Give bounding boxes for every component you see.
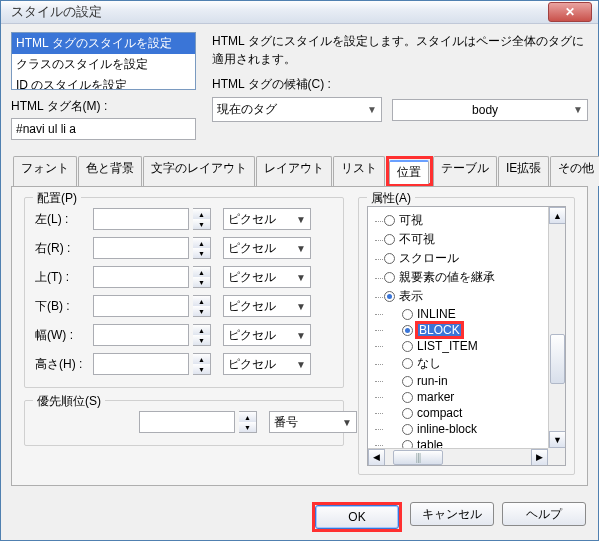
radio-icon[interactable] <box>402 309 413 320</box>
tab-position[interactable]: 位置 <box>389 160 429 184</box>
candidate-tag-combo[interactable]: body ▼ <box>392 99 588 121</box>
attribute-option[interactable]: 不可視 <box>370 230 563 249</box>
close-button[interactable]: ✕ <box>548 2 592 22</box>
spin-down-icon[interactable]: ▼ <box>193 277 210 287</box>
tab-table[interactable]: テーブル <box>433 156 497 186</box>
candidate-current-combo[interactable]: 現在のタグ ▼ <box>212 97 382 122</box>
attribute-option[interactable]: 親要素の値を継承 <box>370 268 563 287</box>
placement-unit-select[interactable]: ピクセル▼ <box>223 295 311 317</box>
placement-input[interactable] <box>93 324 189 346</box>
help-button[interactable]: ヘルプ <box>502 502 586 526</box>
attribute-option[interactable]: INLINE <box>370 306 563 322</box>
spin-up-icon[interactable]: ▲ <box>193 296 210 306</box>
placement-spinner[interactable]: ▲▼ <box>193 295 211 317</box>
attribute-option[interactable]: compact <box>370 405 563 421</box>
spin-up-icon[interactable]: ▲ <box>193 325 210 335</box>
radio-icon[interactable] <box>384 291 395 302</box>
attribute-option[interactable]: BLOCK <box>370 322 563 338</box>
radio-icon[interactable] <box>402 341 413 352</box>
unit-value: ピクセル <box>228 240 276 257</box>
radio-icon[interactable] <box>402 376 413 387</box>
placement-spinner[interactable]: ▲▼ <box>193 324 211 346</box>
placement-unit-select[interactable]: ピクセル▼ <box>223 324 311 346</box>
titlebar[interactable]: スタイルの設定 ✕ <box>1 1 598 24</box>
spin-down-icon[interactable]: ▼ <box>239 422 256 432</box>
scroll-left-icon[interactable]: ◀ <box>368 449 385 466</box>
attribute-option[interactable]: marker <box>370 389 563 405</box>
radio-icon[interactable] <box>384 234 395 245</box>
style-item-id[interactable]: ID のスタイルを設定 <box>12 75 195 90</box>
attribute-option[interactable]: inline-block <box>370 421 563 437</box>
chevron-down-icon: ▼ <box>573 104 583 115</box>
attribute-option[interactable]: スクロール <box>370 249 563 268</box>
v-scroll-thumb[interactable] <box>550 334 565 384</box>
radio-icon[interactable] <box>384 215 395 226</box>
radio-icon[interactable] <box>402 325 413 336</box>
placement-unit-select[interactable]: ピクセル▼ <box>223 266 311 288</box>
attribute-option[interactable]: 表示 <box>370 287 563 306</box>
placement-spinner[interactable]: ▲▼ <box>193 237 211 259</box>
style-type-list[interactable]: HTML タグのスタイルを設定 クラスのスタイルを設定 ID のスタイルを設定 <box>11 32 196 90</box>
scroll-right-icon[interactable]: ▶ <box>531 449 548 466</box>
attribute-label: INLINE <box>417 307 456 321</box>
spin-down-icon[interactable]: ▼ <box>193 335 210 345</box>
placement-unit-select[interactable]: ピクセル▼ <box>223 208 311 230</box>
tab-other[interactable]: その他 <box>550 156 599 186</box>
spin-up-icon[interactable]: ▲ <box>193 238 210 248</box>
placement-input[interactable] <box>93 237 189 259</box>
placement-spinner[interactable]: ▲▼ <box>193 208 211 230</box>
tab-layout[interactable]: レイアウト <box>256 156 332 186</box>
style-item-html[interactable]: HTML タグのスタイルを設定 <box>12 33 195 54</box>
placement-input[interactable] <box>93 266 189 288</box>
tab-ie-ext[interactable]: IE拡張 <box>498 156 549 186</box>
radio-icon[interactable] <box>384 253 395 264</box>
radio-icon[interactable] <box>402 424 413 435</box>
spin-down-icon[interactable]: ▼ <box>193 364 210 374</box>
radio-icon[interactable] <box>402 358 413 369</box>
vertical-scrollbar[interactable]: ▲ ▼ <box>548 207 565 448</box>
h-scroll-track[interactable]: ||| <box>385 449 531 466</box>
priority-spinner[interactable]: ▲ ▼ <box>239 411 257 433</box>
spin-up-icon[interactable]: ▲ <box>193 267 210 277</box>
radio-icon[interactable] <box>384 272 395 283</box>
html-tag-name-input[interactable] <box>11 118 196 140</box>
spin-down-icon[interactable]: ▼ <box>193 306 210 316</box>
spin-up-icon[interactable]: ▲ <box>239 412 256 422</box>
placement-unit-select[interactable]: ピクセル▼ <box>223 353 311 375</box>
spin-up-icon[interactable]: ▲ <box>193 354 210 364</box>
placement-unit-select[interactable]: ピクセル▼ <box>223 237 311 259</box>
cancel-button[interactable]: キャンセル <box>410 502 494 526</box>
attribute-option[interactable]: run-in <box>370 373 563 389</box>
ok-button[interactable]: OK <box>315 505 399 529</box>
tab-text-layout[interactable]: 文字のレイアウト <box>143 156 255 186</box>
attribute-label: compact <box>417 406 462 420</box>
tab-color-bg[interactable]: 色と背景 <box>78 156 142 186</box>
style-item-class[interactable]: クラスのスタイルを設定 <box>12 54 195 75</box>
tab-list[interactable]: リスト <box>333 156 385 186</box>
radio-icon[interactable] <box>402 408 413 419</box>
priority-input[interactable] <box>139 411 235 433</box>
v-scroll-track[interactable] <box>549 224 565 431</box>
placement-input[interactable] <box>93 295 189 317</box>
scroll-up-icon[interactable]: ▲ <box>549 207 566 224</box>
placement-spinner[interactable]: ▲▼ <box>193 266 211 288</box>
attribute-option[interactable]: なし <box>370 354 563 373</box>
spin-up-icon[interactable]: ▲ <box>193 209 210 219</box>
attribute-option[interactable]: LIST_ITEM <box>370 338 563 354</box>
placement-input[interactable] <box>93 208 189 230</box>
spin-down-icon[interactable]: ▼ <box>193 248 210 258</box>
tree-scroll-area[interactable]: 可視不可視スクロール親要素の値を継承表示INLINEBLOCKLIST_ITEM… <box>368 207 565 449</box>
attribute-label: inline-block <box>417 422 477 436</box>
attribute-option[interactable]: 可視 <box>370 211 563 230</box>
h-scroll-thumb[interactable]: ||| <box>393 450 443 465</box>
placement-label: 幅(W) : <box>35 327 89 344</box>
horizontal-scrollbar[interactable]: ◀ ||| ▶ <box>368 448 548 465</box>
spin-down-icon[interactable]: ▼ <box>193 219 210 229</box>
priority-unit-select[interactable]: 番号 ▼ <box>269 411 357 433</box>
scroll-down-icon[interactable]: ▼ <box>549 431 566 448</box>
radio-icon[interactable] <box>402 392 413 403</box>
attributes-tree[interactable]: 可視不可視スクロール親要素の値を継承表示INLINEBLOCKLIST_ITEM… <box>367 206 566 466</box>
placement-input[interactable] <box>93 353 189 375</box>
tab-font[interactable]: フォント <box>13 156 77 186</box>
placement-spinner[interactable]: ▲▼ <box>193 353 211 375</box>
